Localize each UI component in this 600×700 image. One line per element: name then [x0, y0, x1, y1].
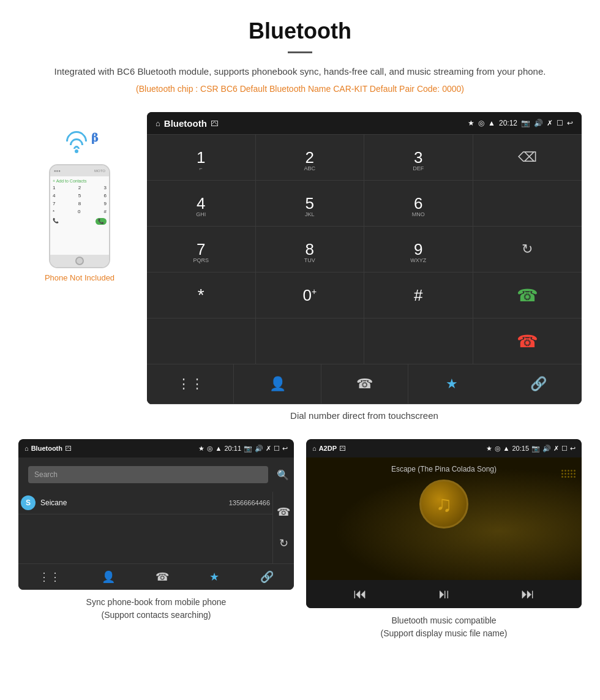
- music-caption-text: Bluetooth music compatible(Support displ…: [381, 615, 508, 638]
- contacts-status-left: ⌂ Bluetooth ⮹: [24, 445, 72, 452]
- music-visualizer: [561, 470, 576, 478]
- contacts-search-bar[interactable]: Search: [28, 466, 268, 483]
- contacts-call-icon[interactable]: ☎: [156, 570, 169, 584]
- search-placeholder: Search: [34, 470, 58, 479]
- contacts-title: Bluetooth: [31, 445, 62, 452]
- music-signal-icon: ▲: [503, 445, 510, 452]
- home-icon[interactable]: ⌂: [156, 119, 160, 128]
- music-caption: Bluetooth music compatible(Support displ…: [306, 614, 582, 640]
- play-pause-icon[interactable]: ⏯: [437, 586, 451, 602]
- header-divider: [288, 51, 312, 53]
- contacts-bt-bar-icon[interactable]: ★: [209, 570, 219, 584]
- dial-cell-display: ⌫: [473, 135, 582, 181]
- contacts-refresh-icon[interactable]: ↻: [277, 536, 290, 550]
- contacts-signal-icon: ▲: [216, 445, 222, 452]
- phone-icon-button[interactable]: ☎: [321, 364, 408, 404]
- dial-key-7[interactable]: 7 PQRS: [147, 227, 256, 273]
- backspace-icon[interactable]: ⌫: [518, 149, 537, 165]
- contacts-main-area: S Seicane 13566664466 ☎ ↻: [18, 492, 294, 563]
- phone-mockup: ●●● MOTO + Add to Contacts 1 2 3 4 5 6 7…: [49, 164, 110, 268]
- dial-key-1[interactable]: 1 ⌐: [147, 135, 256, 181]
- dial-key-6[interactable]: 6 MNO: [364, 181, 473, 227]
- contacts-link-bar-icon[interactable]: 🔗: [260, 570, 274, 584]
- dial-cell-empty-5b: [256, 318, 365, 364]
- contacts-search-row: Search 🔍: [18, 457, 294, 492]
- contacts-grid-icon[interactable]: ⋮⋮: [39, 570, 61, 584]
- music-usb-icon: ⮹: [339, 445, 346, 452]
- dial-key-3[interactable]: 3 DEF: [364, 135, 473, 181]
- music-status-bar: ⌂ A2DP ⮹ ★ ◎ ▲ 20:15 📷 🔊 ✗ ☐ ↩: [306, 439, 582, 457]
- contacts-camera-icon[interactable]: 📷: [244, 445, 252, 453]
- dialpad-icon: ⋮⋮: [177, 376, 204, 392]
- contact-number: 13566664466: [229, 499, 270, 506]
- contacts-caption: Sync phone-book from mobile phone(Suppor…: [18, 596, 294, 622]
- dial-key-star[interactable]: *: [147, 273, 256, 318]
- music-vol-icon[interactable]: 🔊: [542, 445, 551, 453]
- dial-cell-call-green[interactable]: ☎: [473, 273, 582, 318]
- music-back-icon[interactable]: ↩: [570, 445, 576, 453]
- dial-status-left: ⌂ Bluetooth ⮹: [156, 118, 219, 129]
- page-title: Bluetooth: [37, 18, 563, 44]
- dialpad-icon-button[interactable]: ⋮⋮: [147, 364, 234, 404]
- dial-key-8[interactable]: 8 TUV: [256, 227, 365, 273]
- music-time: 20:15: [512, 445, 529, 452]
- contacts-back-icon[interactable]: ↩: [282, 445, 288, 453]
- dial-icon-bar: ⋮⋮ 👤 ☎ ★ 🔗: [147, 364, 582, 404]
- dial-key-4[interactable]: 4 GHI: [147, 181, 256, 227]
- bluetooth-icon-button[interactable]: ★: [408, 364, 495, 404]
- volume-icon[interactable]: 🔊: [534, 119, 543, 127]
- dial-key-5[interactable]: 5 JKL: [256, 181, 365, 227]
- music-win-icon[interactable]: ☐: [561, 445, 568, 453]
- dial-status-right: ★ ◎ ▲ 20:12 📷 🔊 ✗ ☐ ↩: [468, 119, 573, 127]
- contacts-usb-icon: ⮹: [65, 445, 72, 452]
- bottom-panels: ⌂ Bluetooth ⮹ ★ ◎ ▲ 20:11 📷 🔊 ✗ ☐ ↩: [0, 439, 600, 640]
- contacts-status-bar: ⌂ Bluetooth ⮹ ★ ◎ ▲ 20:11 📷 🔊 ✗ ☐ ↩: [18, 439, 294, 457]
- dial-key-hash[interactable]: #: [364, 273, 473, 318]
- gps-icon: ◎: [478, 119, 484, 127]
- contact-name: Seicane: [40, 499, 229, 507]
- next-track-icon[interactable]: ⏭: [521, 586, 534, 602]
- search-icon[interactable]: 🔍: [277, 469, 289, 481]
- contacts-screen: ⌂ Bluetooth ⮹ ★ ◎ ▲ 20:11 📷 🔊 ✗ ☐ ↩: [18, 439, 294, 590]
- music-close-icon[interactable]: ✗: [553, 445, 559, 453]
- phone-top-bar: ●●● MOTO: [50, 165, 109, 176]
- header-description: Integrated with BC6 Bluetooth module, su…: [37, 64, 563, 79]
- dial-screen-wrapper: ⌂ Bluetooth ⮹ ★ ◎ ▲ 20:12 📷 🔊 ✗ ☐ ↩: [147, 112, 582, 433]
- contacts-icon-button[interactable]: 👤: [234, 364, 321, 404]
- dial-key-0[interactable]: 0+: [256, 273, 365, 318]
- list-item[interactable]: S Seicane 13566664466: [18, 492, 272, 514]
- music-screen: ⌂ A2DP ⮹ ★ ◎ ▲ 20:15 📷 🔊 ✗ ☐ ↩: [306, 439, 582, 608]
- contacts-win-icon[interactable]: ☐: [274, 445, 280, 453]
- dial-cell-call-red[interactable]: ☎: [473, 318, 582, 364]
- window-icon[interactable]: ☐: [557, 119, 563, 127]
- music-camera-icon[interactable]: 📷: [531, 445, 540, 453]
- refresh-icon: ↻: [522, 241, 533, 257]
- back-icon[interactable]: ↩: [567, 119, 573, 127]
- call-green-icon: ☎: [517, 285, 538, 306]
- bluetooth-overlay-icon: 𝛃: [91, 130, 98, 145]
- call-red-icon: ☎: [517, 331, 538, 352]
- contacts-home-icon[interactable]: ⌂: [24, 445, 29, 452]
- contacts-phone-icon[interactable]: ☎: [277, 505, 290, 519]
- music-status-left: ⌂ A2DP ⮹: [312, 445, 346, 452]
- dial-section: 𝛃 ●●● MOTO + Add to Contacts 1 2 3 4 5 6: [0, 112, 600, 433]
- dial-key-2[interactable]: 2 ABC: [256, 135, 365, 181]
- dial-status-bar: ⌂ Bluetooth ⮹ ★ ◎ ▲ 20:12 📷 🔊 ✗ ☐ ↩: [147, 112, 582, 134]
- contacts-panel: ⌂ Bluetooth ⮹ ★ ◎ ▲ 20:11 📷 🔊 ✗ ☐ ↩: [18, 439, 294, 640]
- phone-home-button: [75, 257, 84, 265]
- music-home-icon[interactable]: ⌂: [312, 445, 317, 452]
- header-specs: (Bluetooth chip : CSR BC6 Default Blueto…: [37, 84, 563, 94]
- close-icon[interactable]: ✗: [547, 119, 553, 127]
- dial-cell-empty-5c: [364, 318, 473, 364]
- music-controls: ⏮ ⏯ ⏭: [306, 580, 582, 608]
- link-icon-button[interactable]: 🔗: [495, 364, 582, 404]
- dial-key-9[interactable]: 9 WXYZ: [364, 227, 473, 273]
- dial-title: Bluetooth: [164, 118, 207, 129]
- prev-track-icon[interactable]: ⏮: [353, 586, 367, 602]
- contacts-vol-icon[interactable]: 🔊: [255, 445, 263, 453]
- contacts-person-icon[interactable]: 👤: [102, 570, 115, 584]
- contacts-close-icon[interactable]: ✗: [266, 445, 271, 453]
- dial-cell-refresh[interactable]: ↻: [473, 227, 582, 273]
- camera-icon[interactable]: 📷: [521, 119, 530, 127]
- phone-bottom: [50, 255, 109, 267]
